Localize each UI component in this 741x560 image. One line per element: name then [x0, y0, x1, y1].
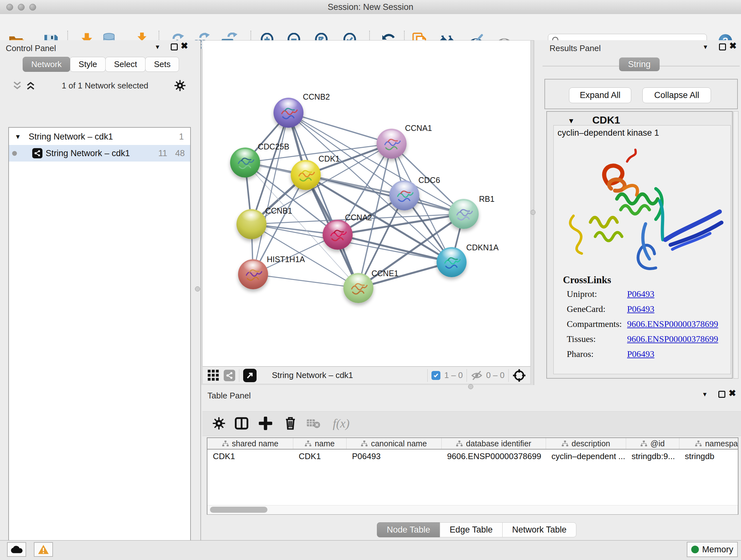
undock-panel-icon[interactable]: [171, 44, 178, 51]
table-cell[interactable]: 9606.ENSP00000378699: [442, 449, 546, 463]
results-scrollbar[interactable]: [733, 111, 738, 379]
add-icon[interactable]: [257, 415, 274, 432]
network-node-CCNA1[interactable]: [377, 129, 407, 159]
node-count: 11: [158, 148, 167, 159]
protein-details: cyclin–dependent kinase 1 Cr: [553, 125, 731, 374]
table-row[interactable]: CDK1CDK1P064939606.ENSP00000378699cyclin…: [207, 449, 738, 463]
gear-icon[interactable]: [174, 80, 186, 91]
table-cell[interactable]: CDK1: [207, 449, 293, 463]
right-splitter-handle[interactable]: [530, 210, 536, 215]
column-header[interactable]: canonical name: [347, 438, 442, 449]
column-header[interactable]: description: [546, 438, 626, 449]
cloud-icon[interactable]: [7, 542, 26, 557]
network-node-CDC25B[interactable]: [230, 147, 260, 178]
network-collection-row[interactable]: ▼ String Network – cdk1 1: [9, 128, 190, 145]
close-panel-icon[interactable]: ✖: [181, 43, 188, 50]
network-node-HIST1H1A[interactable]: [238, 259, 268, 289]
memory-label: Memory: [702, 545, 733, 555]
crosslink-row: Uniprot:P06493: [554, 289, 731, 304]
float-panel-icon[interactable]: ▾: [156, 43, 159, 51]
collapse-all-button[interactable]: Collapse All: [643, 87, 711, 103]
tab-edge-table[interactable]: Edge Table: [440, 522, 502, 537]
crosslink-row: Pharos:P06493: [554, 349, 731, 364]
collection-name: String Network – cdk1: [29, 132, 113, 142]
network-canvas[interactable]: CCNB2CCNA1CDC25BCDK1CDC6RB1CCNB1CCNA2CDK…: [202, 40, 531, 367]
tab-network[interactable]: Network: [23, 57, 70, 72]
function-icon[interactable]: f(x): [327, 415, 355, 432]
share-network-icon[interactable]: [224, 370, 235, 381]
tab-sets[interactable]: Sets: [145, 57, 179, 72]
collection-expander-icon[interactable]: ▼: [15, 133, 21, 140]
float-panel-icon[interactable]: ▾: [703, 390, 706, 398]
memory-button[interactable]: Memory: [687, 542, 738, 557]
table-cell[interactable]: stringdb: [679, 449, 738, 463]
crosslink-value-link[interactable]: P06493: [627, 289, 655, 299]
section-expander-icon[interactable]: ▼: [568, 117, 575, 125]
bottom-splitter-handle[interactable]: [468, 384, 473, 389]
node-label-CCNA2: CCNA2: [345, 213, 372, 222]
left-splitter-handle[interactable]: [195, 287, 200, 292]
expand-all-button[interactable]: Expand All: [569, 87, 631, 103]
undock-panel-icon[interactable]: [718, 391, 725, 398]
column-header[interactable]: database identifier: [442, 438, 546, 449]
columns-icon[interactable]: [233, 415, 250, 432]
node-label-CDKN1A: CDKN1A: [466, 243, 498, 252]
node-label-CDC25B: CDC25B: [258, 142, 289, 151]
edge-count: 48: [175, 148, 185, 159]
delete-table-icon[interactable]: [305, 415, 322, 432]
table-hscrollbar[interactable]: [207, 505, 738, 514]
column-header[interactable]: @id: [626, 438, 679, 449]
network-node-CCNE1[interactable]: [343, 273, 374, 303]
tab-node-table[interactable]: Node Table: [377, 522, 440, 537]
crosslinks-title: CrossLinks: [563, 274, 611, 286]
tab-string[interactable]: String: [619, 57, 660, 71]
trash-icon[interactable]: [282, 415, 299, 432]
table-cell[interactable]: P06493: [347, 449, 442, 463]
hscrollbar-thumb[interactable]: [210, 507, 267, 513]
network-node-CDKN1A[interactable]: [436, 247, 467, 277]
application-window: Session: New Session: [0, 0, 741, 560]
crosslink-value-link[interactable]: 9606.ENSP00000378699: [627, 334, 718, 344]
network-node-CDC6[interactable]: [389, 180, 419, 210]
float-panel-icon[interactable]: ▾: [704, 43, 707, 51]
network-node-CCNB2[interactable]: [273, 98, 304, 128]
network-node-CDK1[interactable]: [291, 160, 321, 190]
crosslink-value-link[interactable]: 9606.ENSP00000378699: [627, 319, 718, 329]
column-header[interactable]: shared name: [207, 438, 293, 449]
table-cell[interactable]: CDK1: [293, 449, 347, 463]
network-row-selected[interactable]: String Network – cdk1 11 48: [9, 145, 190, 162]
crosslink-row: GeneCard:P06493: [554, 304, 731, 319]
node-label-CCNA1: CCNA1: [405, 124, 432, 133]
tab-network-table[interactable]: Network Table: [502, 522, 577, 537]
table-cell[interactable]: stringdb:9...: [626, 449, 679, 463]
crosslink-value-link[interactable]: P06493: [627, 304, 655, 314]
birdseye-icon[interactable]: [243, 369, 257, 382]
network-node-RB1[interactable]: [449, 199, 479, 229]
expand-all-icon[interactable]: [25, 81, 36, 90]
column-header[interactable]: namespace: [679, 438, 738, 449]
selected-checkbox[interactable]: [431, 371, 441, 380]
tab-style[interactable]: Style: [70, 57, 106, 72]
collapse-all-icon[interactable]: [12, 81, 22, 90]
close-panel-icon[interactable]: ✖: [729, 390, 736, 397]
network-node-CCNA2[interactable]: [323, 220, 353, 250]
close-panel-icon[interactable]: ✖: [729, 43, 737, 50]
hidden-eye-icon[interactable]: [471, 370, 483, 381]
network-selection-row: 1 of 1 Network selected: [0, 78, 201, 92]
table-cell[interactable]: cyclin–dependent ...: [546, 449, 626, 463]
warning-icon[interactable]: [34, 542, 53, 557]
crosslink-value-link[interactable]: P06493: [627, 349, 655, 359]
network-tree: ▼ String Network – cdk1 1 String Network…: [8, 127, 191, 560]
tab-select[interactable]: Select: [105, 57, 145, 72]
undock-panel-icon[interactable]: [719, 44, 726, 51]
network-node-CCNB1[interactable]: [237, 209, 266, 239]
crosslink-label: Pharos:: [567, 349, 594, 359]
gear-icon[interactable]: [211, 415, 227, 432]
node-label-CCNB2: CCNB2: [303, 92, 330, 102]
column-header[interactable]: name: [293, 438, 347, 449]
fit-crosshair-icon[interactable]: [513, 369, 526, 382]
crosslink-label: GeneCard:: [567, 304, 605, 314]
hidden-count: 0 – 0: [486, 370, 504, 380]
grid-view-icon[interactable]: [208, 370, 219, 381]
protein-description: cyclin–dependent kinase 1: [557, 128, 659, 138]
